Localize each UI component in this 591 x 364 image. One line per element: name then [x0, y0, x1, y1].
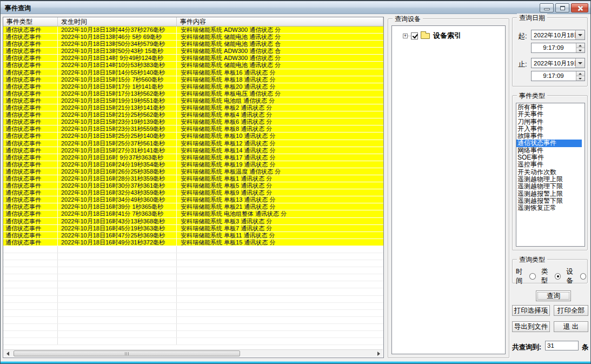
table-row[interactable]: 通信状态事件2022年10月18日16时30分37秒361毫秒安科瑞储能系统 单… — [3, 182, 383, 189]
table-row[interactable]: 通信状态事件2022年10月18日16时45分19秒363毫秒安科瑞储能系统 单… — [3, 225, 383, 232]
table-row[interactable]: 通信状态事件2022年10月18日16时47分25秒369毫秒安科瑞储能系统 单… — [3, 232, 383, 239]
date-panel: 查询日期 起: 2022年10月18日 9:17:09 止: 2022年10月1… — [512, 17, 588, 87]
radio-icon[interactable] — [529, 273, 535, 280]
event-type-item[interactable]: 通信状态事件 — [516, 140, 582, 147]
event-type-item[interactable]: 遥测越物理上限 — [516, 176, 585, 183]
table-row[interactable]: 通信状态事件2022年10月18日13时50分43秒 15毫秒安科瑞储能系统 A… — [3, 48, 383, 55]
title-bar: 事件查询 — [1, 1, 590, 14]
event-type-item[interactable]: 遥测越报警上限 — [516, 190, 585, 197]
to-time-up-button[interactable] — [576, 71, 585, 76]
from-date-dropdown-button[interactable] — [575, 30, 585, 39]
export-to-file-button[interactable]: 导出到文件 — [512, 321, 550, 332]
table-row[interactable]: 通信状态事件2022年10月18日13时44分37秒276毫秒安科瑞储能系统 A… — [3, 27, 383, 34]
exit-button[interactable]: 退 出 — [554, 321, 588, 332]
table-body: 通信状态事件2022年10月18日13时44分37秒276毫秒安科瑞储能系统 A… — [3, 27, 383, 349]
table-cell: 安科瑞储能系统 单板12 通讯状态 分 — [177, 140, 383, 147]
table-row[interactable]: 通信状态事件2022年10月18日16时41分 7秒363毫秒安科瑞储能系统 电… — [3, 210, 383, 217]
horizontal-scrollbar[interactable] — [4, 349, 383, 357]
from-time-spinner[interactable]: 9:17:09 — [531, 43, 585, 53]
table-row[interactable]: 通信状态事件2022年10月18日16时 9分37秒363毫秒安科瑞储能系统 单… — [3, 154, 383, 161]
from-time-down-button[interactable] — [576, 48, 585, 52]
from-date-dropdown[interactable]: 2022年10月18日 — [531, 30, 585, 40]
table-cell — [58, 324, 177, 330]
table-row[interactable]: 通信状态事件2022年10月18日15时21分25秒562毫秒安科瑞储能系统 单… — [3, 111, 383, 118]
maximize-button[interactable] — [555, 3, 569, 12]
device-tree: + 设备索引 — [391, 25, 506, 354]
event-type-item[interactable]: 刀闸事件 — [516, 118, 585, 125]
table-row[interactable]: 通信状态事件2022年10月18日15时23分19秒139毫秒安科瑞储能系统 单… — [3, 118, 383, 125]
table-cell: 通信状态事件 — [3, 125, 58, 132]
table-row[interactable]: 通信状态事件2022年10月18日15时15分 7秒560毫秒安科瑞储能系统 单… — [3, 76, 383, 83]
print-selected-button[interactable]: 打印选择项 — [512, 305, 550, 316]
column-header-content[interactable]: 事件内容 — [177, 17, 383, 26]
table-row[interactable]: 通信状态事件2022年10月18日16时28分31秒359毫秒安科瑞储能系统 单… — [3, 175, 383, 182]
table-cell: 安科瑞储能系统 单板电压 通信状态 分 — [177, 90, 383, 97]
table-row[interactable]: 通信状态事件2022年10月18日13时50分34秒579毫秒安科瑞储能系统 储… — [3, 41, 383, 48]
table-row[interactable]: 通信状态事件2022年10月18日15时21分13秒141毫秒安科瑞储能系统 单… — [3, 104, 383, 111]
table-row[interactable]: 通信状态事件2022年10月18日16时26分25秒358毫秒安科瑞储能系统 单… — [3, 168, 383, 175]
event-type-item[interactable]: 网络事件 — [516, 147, 585, 154]
radio-icon[interactable] — [555, 273, 561, 280]
table-row[interactable]: 通信状态事件2022年10月18日16时34分49秒360毫秒安科瑞储能系统 单… — [3, 196, 383, 203]
table-row[interactable]: 通信状态事件2022年10月18日15时17分13秒562毫秒安科瑞储能系统 单… — [3, 90, 383, 97]
table-row[interactable]: 通信状态事件2022年10月18日15时19分19秒551毫秒安科瑞储能系统 电… — [3, 97, 383, 104]
event-type-item[interactable]: 遥测越物理下限 — [516, 183, 585, 190]
scroll-right-arrow-icon[interactable] — [374, 350, 383, 357]
query-type-option-类型[interactable]: 类型 — [541, 267, 561, 286]
column-header-time[interactable]: 发生时间 — [58, 17, 177, 26]
event-type-item[interactable]: 故障事件 — [516, 133, 585, 140]
table-row[interactable]: 通信状态事件2022年10月18日15时25分37秒561毫秒安科瑞储能系统 单… — [3, 140, 383, 147]
scroll-left-arrow-icon[interactable] — [4, 350, 12, 357]
to-date-dropdown-button[interactable] — [575, 58, 585, 68]
table-row[interactable]: 通信状态事件2022年10月18日15时23分31秒559毫秒安科瑞储能系统 单… — [3, 125, 383, 133]
chevron-down-icon — [578, 34, 582, 36]
to-time-down-button[interactable] — [576, 76, 585, 81]
table-cell — [58, 260, 177, 267]
column-header-event-type[interactable]: 事件类型 — [3, 17, 58, 26]
from-date-value: 2022年10月18日 — [534, 31, 580, 39]
event-type-item[interactable]: 开关事件 — [516, 111, 585, 118]
query-button[interactable]: 查询 — [536, 290, 571, 301]
device-index-checkbox[interactable] — [411, 32, 418, 39]
scrollbar-thumb[interactable] — [14, 350, 240, 356]
from-time-up-button[interactable] — [576, 43, 585, 48]
event-type-item[interactable]: 遥测恢复正常 — [516, 204, 585, 211]
radio-icon[interactable] — [580, 273, 586, 280]
print-all-button[interactable]: 打印全部 — [554, 305, 588, 316]
to-date-dropdown[interactable]: 2022年10月19日 — [531, 58, 585, 68]
table-row[interactable]: 通信状态事件2022年10月18日15时25分25秒140毫秒安科瑞储能系统 单… — [3, 133, 383, 140]
event-type-item[interactable]: SOE事件 — [516, 154, 585, 161]
table-row[interactable]: 通信状态事件2022年10月18日14时 9分49秒124毫秒安科瑞储能系统 A… — [3, 55, 383, 62]
result-count-field[interactable]: 31 — [545, 341, 579, 350]
query-type-option-时间[interactable]: 时间 — [516, 267, 536, 286]
event-type-item[interactable]: 遥控事件 — [516, 161, 585, 168]
event-type-item[interactable]: 开入事件 — [516, 125, 585, 133]
table-row[interactable]: 通信状态事件2022年10月18日16时24分19秒354毫秒安科瑞储能系统 单… — [3, 161, 383, 168]
table-row[interactable]: 通信状态事件2022年10月18日16时32分43秒359毫秒安科瑞储能系统 单… — [3, 189, 383, 196]
table-row[interactable]: 通信状态事件2022年10月18日16时43分13秒368毫秒安科瑞储能系统 单… — [3, 218, 383, 225]
table-cell: 安科瑞储能系统 单板7 通讯状态 分 — [177, 225, 383, 231]
query-type-option-设备[interactable]: 设备 — [566, 267, 586, 286]
to-time-spinner[interactable]: 9:17:09 — [531, 71, 585, 81]
tree-expand-icon[interactable]: + — [403, 34, 408, 38]
table-row[interactable]: 通信状态事件2022年10月18日16时49分31秒372毫秒安科瑞储能系统 单… — [3, 239, 383, 246]
event-type-item[interactable]: 遥测越报警下限 — [516, 197, 585, 204]
table-row[interactable]: 通信状态事件2022年10月18日15时14分55秒140毫秒安科瑞储能系统 单… — [3, 69, 383, 76]
table-cell: 通信状态事件 — [3, 203, 58, 210]
arrow-up-icon — [579, 73, 582, 75]
table-row[interactable]: 通信状态事件2022年10月18日15时17分 1秒141毫秒安科瑞储能系统 单… — [3, 83, 383, 90]
close-button[interactable] — [571, 3, 588, 12]
table-cell: 通信状态事件 — [3, 218, 58, 224]
table-row[interactable]: 通信状态事件2022年10月18日15时27分31秒141毫秒安科瑞储能系统 单… — [3, 147, 383, 154]
table-row[interactable]: 通信状态事件2022年10月18日14时10分53秒383毫秒安科瑞储能系统 储… — [3, 62, 383, 69]
from-time-value: 9:17:09 — [532, 44, 575, 51]
table-cell: 2022年10月18日13时44分37秒276毫秒 — [58, 27, 177, 33]
event-type-item[interactable]: 所有事件 — [516, 104, 585, 111]
arrow-down-icon — [579, 78, 582, 80]
table-row[interactable]: 通信状态事件2022年10月18日16时39分 1秒365毫秒安科瑞储能系统 单… — [3, 203, 383, 210]
table-row[interactable]: 通信状态事件2022年10月18日13时46分 5秒 69毫秒安科瑞储能系统 储… — [3, 34, 383, 41]
tree-node-device-index[interactable]: + 设备索引 — [403, 31, 461, 40]
event-type-item[interactable]: 开关动作次数 — [516, 169, 585, 176]
table-cell: 2022年10月18日15时17分13秒562毫秒 — [58, 90, 177, 97]
minimize-button[interactable] — [540, 3, 554, 12]
